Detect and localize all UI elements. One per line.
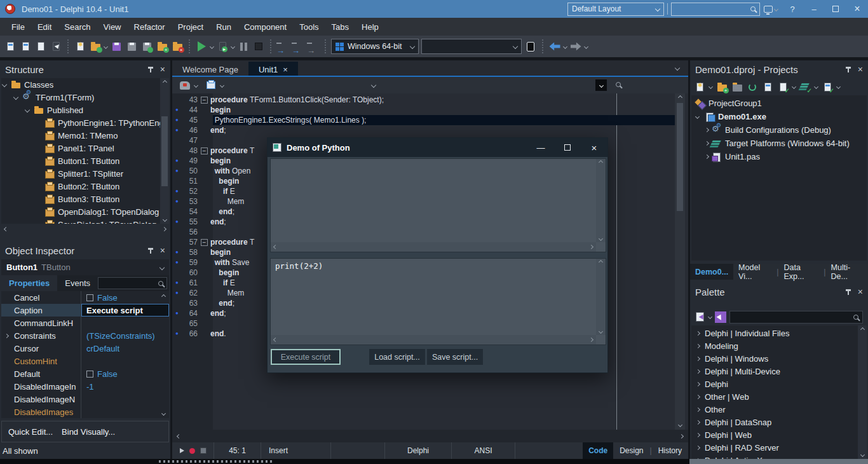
scroll-right-icon[interactable] (679, 433, 684, 438)
platforms-button[interactable]: ✓ (799, 81, 811, 93)
tree-item[interactable]: Button2: TButton (1, 180, 169, 193)
fold-toggle-icon[interactable] (201, 331, 208, 338)
tree-item[interactable]: Unit1.pas (691, 150, 867, 163)
tree-item[interactable]: Published (1, 104, 169, 116)
trace-into-button[interactable]: → (276, 40, 289, 53)
horizontal-scrollbar[interactable] (271, 335, 596, 345)
expand-icon[interactable] (2, 82, 7, 87)
open-file-button[interactable] (19, 40, 32, 53)
menu-component[interactable]: Component (238, 22, 293, 32)
fold-toggle-icon[interactable] (201, 249, 208, 256)
palette-category[interactable]: Other (691, 403, 867, 416)
print-button[interactable] (205, 79, 217, 92)
scroll-left-icon[interactable] (273, 245, 278, 249)
close-icon[interactable]: × (858, 65, 863, 74)
chevron-down-icon[interactable] (836, 85, 841, 89)
save-all-button[interactable] (140, 40, 153, 53)
editor-horizontal-scrollbar[interactable] (172, 430, 688, 442)
run-until-return-button[interactable]: → (307, 40, 320, 53)
view-history-tab[interactable]: History (652, 446, 688, 455)
search-scope-dropdown[interactable] (595, 79, 607, 91)
pin-icon[interactable] (848, 289, 849, 295)
unit-test-button[interactable] (762, 81, 773, 93)
chevron-down-icon[interactable] (709, 85, 713, 89)
chevron-down-icon[interactable] (708, 315, 712, 319)
expand-icon[interactable] (4, 333, 9, 338)
palette-category[interactable]: Delphi | DataSnap (691, 416, 867, 428)
tree-item[interactable]: Memo1: TMemo (1, 129, 169, 142)
open-button[interactable] (89, 40, 102, 53)
restore-button[interactable] (825, 0, 846, 18)
scroll-up-icon[interactable] (860, 327, 864, 332)
tab-multi-device[interactable]: Multi-De... (826, 264, 868, 280)
property-filter-input[interactable] (98, 277, 167, 289)
menu-tabs[interactable]: Tabs (325, 22, 355, 32)
tab-list-dropdown-icon[interactable] (675, 65, 680, 71)
menu-refactor[interactable]: Refactor (128, 22, 172, 32)
palette-search-input[interactable] (729, 311, 863, 324)
editor-vertical-scrollbar[interactable] (675, 93, 685, 430)
close-icon[interactable]: × (160, 246, 165, 255)
horizontal-scrollbar[interactable] (271, 242, 596, 252)
menu-search[interactable]: Search (58, 22, 97, 32)
execute-script-button[interactable]: Execute script (271, 349, 341, 365)
scroll-thumb[interactable] (161, 116, 168, 186)
tab-projects[interactable]: Demo0... (690, 264, 733, 280)
expand-icon[interactable] (705, 128, 709, 132)
stop-button[interactable] (252, 40, 265, 53)
load-script-button[interactable]: Load script... (369, 349, 425, 365)
bind-visually-link[interactable]: Bind Visually... (62, 427, 115, 437)
code-line-current[interactable]: ●45 PythonEngine1.ExecStrings( Memo1.Lin… (172, 115, 678, 125)
tree-item[interactable]: Button1: TButton (1, 154, 169, 167)
menu-project[interactable]: Project (172, 22, 210, 32)
view-code-tab[interactable]: Code (583, 442, 613, 459)
pin-icon[interactable] (150, 248, 151, 254)
step-over-button[interactable]: → (292, 40, 304, 53)
minimize-button[interactable]: – (803, 0, 825, 18)
scroll-up-icon[interactable] (599, 260, 603, 264)
chevron-down-icon[interactable] (584, 44, 588, 48)
macro-icon[interactable] (200, 447, 207, 454)
save-as-button[interactable] (125, 40, 138, 53)
close-icon[interactable]: × (858, 287, 863, 296)
fold-toggle-icon[interactable] (201, 198, 208, 205)
tree-item[interactable]: Target Platforms (Windows 64-bit) (691, 137, 867, 150)
tree-item[interactable]: Build Configurations (Debug) (691, 123, 867, 137)
scroll-up-icon[interactable] (599, 160, 603, 165)
fold-toggle-icon[interactable]: − (201, 147, 208, 154)
fold-toggle-icon[interactable] (201, 137, 208, 144)
property-row[interactable]: CommandLinkH (1, 317, 169, 329)
palette-category[interactable]: Delphi | Multi-Device (691, 365, 867, 378)
property-row[interactable]: Cancel False (1, 291, 169, 304)
pin-icon[interactable] (848, 67, 849, 72)
fold-toggle-icon[interactable] (201, 310, 208, 317)
deploy-button[interactable]: ✓ (822, 81, 833, 93)
expand-icon[interactable] (13, 95, 18, 100)
scroll-down-icon[interactable] (599, 329, 603, 334)
search-icon[interactable] (616, 82, 621, 87)
scroll-up-icon[interactable] (161, 294, 165, 298)
chevron-down-icon[interactable] (210, 44, 214, 48)
chevron-down-icon[interactable] (371, 83, 376, 88)
scroll-down-icon[interactable] (860, 453, 864, 457)
property-row[interactable]: CustomHint (1, 355, 169, 367)
property-value-editor[interactable]: Execute script (81, 304, 169, 317)
menu-run[interactable]: Run (210, 22, 238, 32)
scroll-up-icon[interactable] (677, 95, 682, 100)
property-row[interactable]: Caption Execute script (1, 304, 169, 317)
fold-toggle-icon[interactable] (201, 188, 208, 195)
chevron-down-icon[interactable] (792, 85, 796, 89)
horizontal-scrollbar[interactable] (1, 224, 169, 234)
chevron-down-icon[interactable] (194, 83, 198, 87)
tab-unit1[interactable]: Unit1× (248, 62, 298, 77)
tree-item[interactable]: OpenDialog1: TOpenDialog (1, 205, 169, 218)
palette-category[interactable]: Modeling (691, 339, 867, 352)
palette-category[interactable]: Other | Web (691, 390, 867, 403)
code-line[interactable]: 43−procedure TForm1.Button1Click(Sender:… (172, 95, 678, 105)
tree-item[interactable]: Splitter1: TSplitter (1, 167, 169, 180)
chevron-down-icon[interactable] (563, 44, 567, 48)
select-component-button[interactable] (50, 40, 62, 53)
insert-mode[interactable]: Insert (261, 442, 331, 459)
fold-toggle-icon[interactable] (201, 107, 208, 114)
new-file-button[interactable] (4, 40, 17, 53)
